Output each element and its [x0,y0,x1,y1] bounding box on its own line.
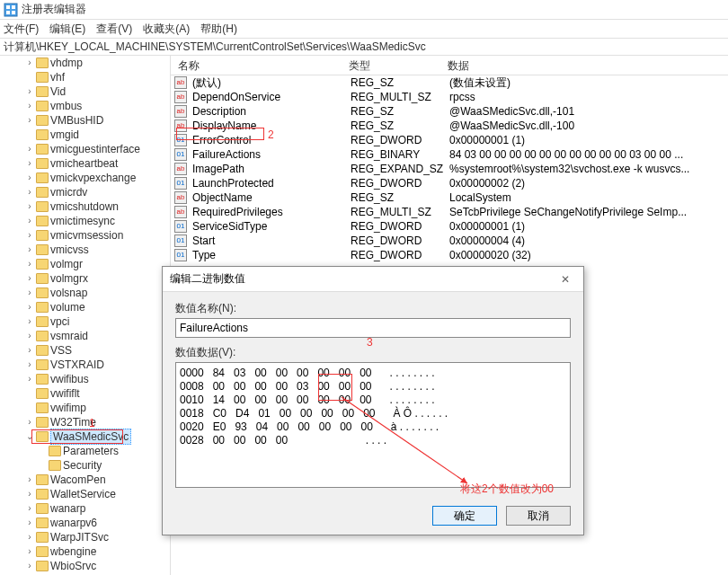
tree-item[interactable]: ›WarpJITSvc [0,530,170,544]
list-row[interactable]: abRequiredPrivilegesREG_MULTI_SZSeTcbPri… [171,205,728,219]
ok-button[interactable]: 确定 [432,506,497,526]
tree-item[interactable]: ›VSS [0,343,170,358]
tree-item[interactable]: ›W32Time [0,415,170,429]
expand-icon[interactable]: › [25,99,34,113]
tree-item[interactable]: Security [0,458,170,473]
tree-item[interactable]: ›WbioSrvc [0,559,170,573]
hex-row[interactable]: 0000 84 03 00 00 00 00 00 00 . . . . . .… [180,367,566,380]
tree-item[interactable]: ›VMBusHID [0,113,170,128]
menu-edit[interactable]: 编辑(E) [49,22,85,37]
hex-row[interactable]: 0010 14 00 00 00 00 00 00 00 . . . . . .… [180,394,566,407]
hex-row[interactable]: 0028 00 00 00 00 . . . . [180,434,566,447]
tree-item[interactable]: ›vmicrdv [0,185,170,199]
col-name[interactable]: 名称 [171,56,342,75]
list-row[interactable]: 01ServiceSidTypeREG_DWORD0x00000001 (1) [171,219,728,234]
tree-item[interactable]: ›wbengine [0,544,170,559]
expand-icon[interactable]: › [25,113,34,128]
list-row[interactable]: ab(默认)REG_SZ(数值未设置) [171,75,728,90]
tree-item[interactable]: ›vpci [0,314,170,329]
tree-item[interactable]: Parameters [0,444,170,458]
expand-icon[interactable]: › [25,544,34,559]
tree-item[interactable]: ›vmicshutdown [0,199,170,214]
list-row[interactable]: 01LaunchProtectedREG_DWORD0x00000002 (2) [171,176,728,190]
expand-icon[interactable]: › [25,142,34,156]
hex-row[interactable]: 0008 00 00 00 00 03 00 00 00 . . . . . .… [180,380,566,394]
hex-row[interactable]: 0018 C0 D4 01 00 00 00 00 00 À Ô . . . .… [180,407,566,420]
tree-item[interactable]: ›VSTXRAID [0,358,170,372]
cancel-button[interactable]: 取消 [506,506,571,526]
tree-item[interactable]: ›vsmraid [0,329,170,343]
tree-item[interactable]: ›volume [0,300,170,314]
tree-item[interactable]: ›wanarpv6 [0,516,170,530]
list-row[interactable]: abDependOnServiceREG_MULTI_SZrpcss [171,90,728,104]
expand-icon[interactable]: › [25,156,34,171]
expand-icon[interactable]: › [25,314,34,329]
value-name-input[interactable] [175,318,571,338]
tree-item[interactable]: ›vmicheartbeat [0,156,170,171]
expand-icon[interactable]: › [25,501,34,516]
tree-item[interactable]: vhf [0,70,170,84]
hex-row[interactable]: 0020 E0 93 04 00 00 00 00 00 à . . . . .… [180,420,566,434]
tree-item[interactable]: vwifimp [0,401,170,415]
menu-help[interactable]: 帮助(H) [200,22,237,37]
tree-item[interactable]: ›vmicguestinterface [0,142,170,156]
expand-icon[interactable]: ⌄ [25,429,34,444]
list-row[interactable]: 01FailureActionsREG_BINARY84 03 00 00 00… [171,147,728,162]
expand-icon[interactable]: › [25,199,34,214]
tree-item[interactable]: ›vwifibus [0,372,170,386]
expand-icon[interactable]: › [25,271,34,286]
tree-item[interactable]: ›vhdmp [0,56,170,70]
tree-item[interactable]: vwififlt [0,386,170,401]
expand-icon[interactable]: › [25,559,34,573]
tree-item[interactable]: ›vmbus [0,99,170,113]
expand-icon[interactable]: › [25,372,34,386]
list-row[interactable]: 01StartREG_DWORD0x00000004 (4) [171,234,728,248]
menu-fav[interactable]: 收藏夹(A) [143,22,190,37]
expand-icon[interactable]: › [25,473,34,487]
expand-icon[interactable]: › [25,56,34,70]
expand-icon[interactable]: › [25,228,34,243]
list-row[interactable]: abDescriptionREG_SZ@WaaSMedicSvc.dll,-10… [171,104,728,119]
expand-icon[interactable]: › [25,300,34,314]
expand-icon[interactable]: › [25,84,34,99]
expand-icon[interactable]: › [25,343,34,358]
tree-item[interactable]: ›WalletService [0,487,170,501]
tree-item[interactable]: ›vmicvmsession [0,228,170,243]
menu-view[interactable]: 查看(V) [96,22,132,37]
expand-icon[interactable]: › [25,516,34,530]
expand-icon[interactable]: › [25,171,34,185]
col-data[interactable]: 数据 [440,56,728,75]
expand-icon[interactable]: › [25,185,34,199]
tree-item[interactable]: ⌄WaaSMedicSvc [0,429,170,444]
expand-icon[interactable]: › [25,358,34,372]
tree-item[interactable]: ›vmickvpexchange [0,171,170,185]
expand-icon[interactable]: › [25,530,34,544]
col-type[interactable]: 类型 [342,56,440,75]
list-row[interactable]: 01ErrorControlREG_DWORD0x00000001 (1) [171,133,728,147]
expand-icon[interactable]: › [25,487,34,501]
tree-item[interactable]: ›WacomPen [0,473,170,487]
tree-item[interactable]: ›vmictimesync [0,214,170,228]
tree-view[interactable]: ›vhdmpvhf›Vid›vmbus›VMBusHIDvmgid›vmicgu… [0,56,171,575]
tree-item[interactable]: ›Vid [0,84,170,99]
tree-item[interactable]: vmgid [0,128,170,142]
expand-icon[interactable]: › [25,214,34,228]
tree-item[interactable]: ›wanarp [0,501,170,516]
list-row[interactable]: 01TypeREG_DWORD0x00000020 (32) [171,248,728,262]
list-row[interactable]: abDisplayNameREG_SZ@WaaSMedicSvc.dll,-10… [171,119,728,133]
tree-item[interactable]: ›volmgrx [0,271,170,286]
expand-icon[interactable]: › [25,286,34,300]
expand-icon[interactable]: › [25,329,34,343]
tree-item[interactable]: ›volsnap [0,286,170,300]
expand-icon[interactable]: › [25,243,34,257]
tree-item[interactable]: ›volmgr [0,257,170,271]
hex-editor[interactable]: 0000 84 03 00 00 00 00 00 00 . . . . . .… [175,362,571,488]
list-row[interactable]: abImagePathREG_EXPAND_SZ%systemroot%\sys… [171,162,728,176]
list-row[interactable]: abObjectNameREG_SZLocalSystem [171,190,728,205]
tree-item[interactable]: ›vmicvss [0,243,170,257]
expand-icon[interactable]: › [25,415,34,429]
close-icon[interactable]: ✕ [555,273,576,286]
address-bar[interactable]: 计算机\HKEY_LOCAL_MACHINE\SYSTEM\CurrentCon… [0,38,728,56]
menu-file[interactable]: 文件(F) [4,22,39,37]
expand-icon[interactable]: › [25,257,34,271]
